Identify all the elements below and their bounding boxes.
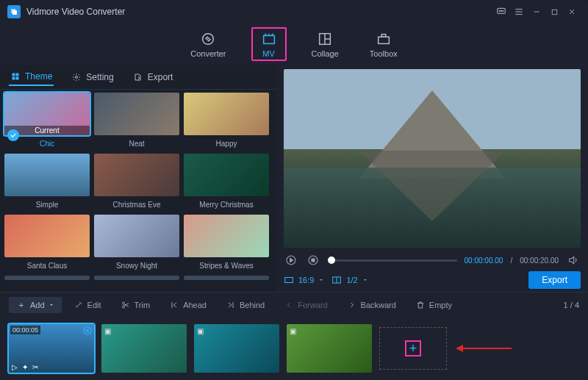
theme-item-santa-claus[interactable]: Santa Claus <box>4 215 90 270</box>
btn-label: Add <box>30 301 45 309</box>
theme-item-merry-christmas[interactable]: Merry Christmas <box>184 154 269 209</box>
time-total: 00:00:20.00 <box>520 257 559 265</box>
svg-rect-23 <box>12 76 15 79</box>
ahead-button[interactable]: Ahead <box>162 297 214 313</box>
timeline-clip[interactable]: ▣ <box>287 324 372 373</box>
tab-converter[interactable]: Converter <box>184 27 232 61</box>
volume-icon[interactable] <box>566 253 581 268</box>
clip-wand-icon[interactable]: ✦ <box>22 363 28 371</box>
behind-icon <box>226 300 236 310</box>
behind-button[interactable]: Behind <box>218 297 272 313</box>
theme-item-simple[interactable]: Simple <box>4 154 90 209</box>
remove-clip-icon[interactable] <box>82 326 93 336</box>
tab-label: MV <box>262 49 275 58</box>
svg-rect-22 <box>16 73 19 76</box>
subtab-label: Theme <box>25 71 52 82</box>
svg-rect-12 <box>263 35 274 43</box>
plus-icon: + <box>405 340 421 356</box>
empty-button[interactable]: Empty <box>408 297 459 313</box>
timeline: 00:00:05 ▷ ✦ ✂ ▣ ▣ ▣ + <box>0 317 588 380</box>
toolbox-icon <box>375 30 392 48</box>
close-button[interactable] <box>563 3 581 21</box>
btn-label: Behind <box>240 301 265 309</box>
theme-item-snowy-night[interactable]: Snowy Night <box>94 215 179 270</box>
check-icon <box>7 129 19 141</box>
btn-label: Ahead <box>183 301 207 309</box>
clip-duration: 00:00:05 <box>10 326 40 334</box>
main-tabs: Converter MV Collage Toolbox <box>0 24 588 65</box>
timeline-clip[interactable]: ▣ <box>194 324 279 373</box>
tab-label: Converter <box>190 49 226 58</box>
maximize-button[interactable] <box>545 3 563 21</box>
btn-label: Forward <box>298 301 327 309</box>
subtab-theme[interactable]: Theme <box>9 68 54 86</box>
export-icon <box>133 72 143 82</box>
feedback-icon[interactable] <box>492 3 510 21</box>
svg-point-1 <box>499 10 500 11</box>
preview-options: 16:9 1/2 Export <box>284 268 581 292</box>
tab-mv[interactable]: MV <box>251 27 287 61</box>
image-icon: ▣ <box>290 327 296 335</box>
wand-icon <box>74 300 84 310</box>
clip-toolbar: + Add Edit Trim Ahead Behind Forward Bac… <box>0 292 588 317</box>
preview-panel <box>284 69 581 248</box>
theme-item-chic[interactable]: Current Chic <box>4 93 90 148</box>
backward-button[interactable]: Backward <box>340 297 404 313</box>
timeline-clip[interactable]: 00:00:05 ▷ ✦ ✂ <box>9 324 94 373</box>
theme-label: Neat <box>129 140 144 148</box>
menu-icon[interactable] <box>510 3 528 21</box>
clip-trim-icon[interactable]: ✂ <box>32 363 38 371</box>
edit-button[interactable]: Edit <box>66 297 109 313</box>
titlebar: Vidmore Video Converter <box>0 0 588 24</box>
tab-toolbox[interactable]: Toolbox <box>364 27 404 61</box>
split-value: 1/2 <box>346 276 357 284</box>
tab-collage[interactable]: Collage <box>306 27 345 61</box>
app-logo <box>7 5 21 18</box>
theme-label: Stripes & Waves <box>199 262 254 270</box>
svg-rect-29 <box>285 278 293 283</box>
theme-label: Chic <box>40 140 54 148</box>
subtab-setting[interactable]: Setting <box>70 69 115 85</box>
theme-item-stripes-waves[interactable]: Stripes & Waves <box>184 215 269 270</box>
add-clip-button[interactable]: + <box>379 327 447 370</box>
subtab-export[interactable]: Export <box>132 69 175 85</box>
theme-grid: Current Chic Neat Happy <box>0 90 276 292</box>
trim-button[interactable]: Trim <box>113 297 158 313</box>
aspect-ratio-dropdown[interactable]: 16:9 <box>284 275 324 285</box>
collage-icon <box>316 30 334 48</box>
theme-item-neat[interactable]: Neat <box>94 93 179 148</box>
play-button[interactable] <box>284 253 298 268</box>
minimize-button[interactable] <box>528 3 545 21</box>
btn-label: Empty <box>429 301 452 309</box>
trash-icon <box>415 300 426 310</box>
theme-label: Simple <box>36 201 59 209</box>
theme-label: Merry Christmas <box>199 201 253 209</box>
scissors-icon <box>121 300 131 310</box>
svg-point-11 <box>203 34 214 45</box>
forward-button[interactable]: Forward <box>276 297 334 313</box>
theme-item-christmas-eve[interactable]: Christmas Eve <box>94 154 179 209</box>
export-button[interactable]: Export <box>528 271 581 289</box>
stop-button[interactable] <box>306 253 320 268</box>
page-indicator: 1 / 4 <box>564 301 579 309</box>
svg-rect-21 <box>12 73 15 76</box>
preview-controls: 00:00:00.00/00:00:20.00 <box>284 248 581 268</box>
converter-icon <box>199 30 217 48</box>
add-button[interactable]: + Add <box>9 297 62 313</box>
timeline-clip[interactable]: ▣ <box>101 324 187 373</box>
theme-item-happy[interactable]: Happy <box>184 93 269 148</box>
svg-point-2 <box>501 10 501 11</box>
seek-bar[interactable] <box>328 259 457 262</box>
clip-play-icon[interactable]: ▷ <box>12 363 18 371</box>
grid-icon <box>10 71 21 82</box>
annotation-arrow <box>454 341 513 356</box>
svg-rect-24 <box>16 76 19 79</box>
time-elapsed: 00:00:00.00 <box>465 257 503 265</box>
theme-label: Christmas Eve <box>112 201 160 209</box>
mv-icon <box>260 30 278 48</box>
tab-label: Toolbox <box>370 49 398 58</box>
split-dropdown[interactable]: 1/2 <box>331 275 368 285</box>
image-icon: ▣ <box>197 327 204 335</box>
app-title: Vidmore Video Converter <box>26 7 125 17</box>
btn-label: Edit <box>87 301 101 309</box>
